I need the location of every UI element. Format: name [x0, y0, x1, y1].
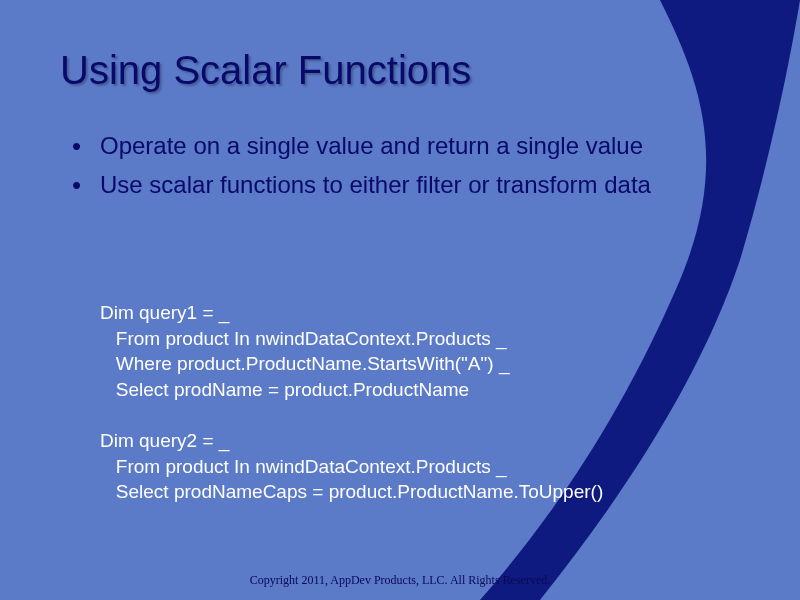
bullet-list: Operate on a single value and return a s…: [72, 130, 740, 208]
code-sample: Dim query1 = _ From product In nwindData…: [100, 300, 603, 505]
slide: Using Scalar Functions Operate on a sing…: [0, 0, 800, 600]
slide-title: Using Scalar Functions: [60, 48, 471, 93]
copyright-footer: Copyright 2011, AppDev Products, LLC. Al…: [0, 573, 800, 588]
bullet-item: Use scalar functions to either filter or…: [72, 169, 740, 200]
bullet-item: Operate on a single value and return a s…: [72, 130, 740, 161]
